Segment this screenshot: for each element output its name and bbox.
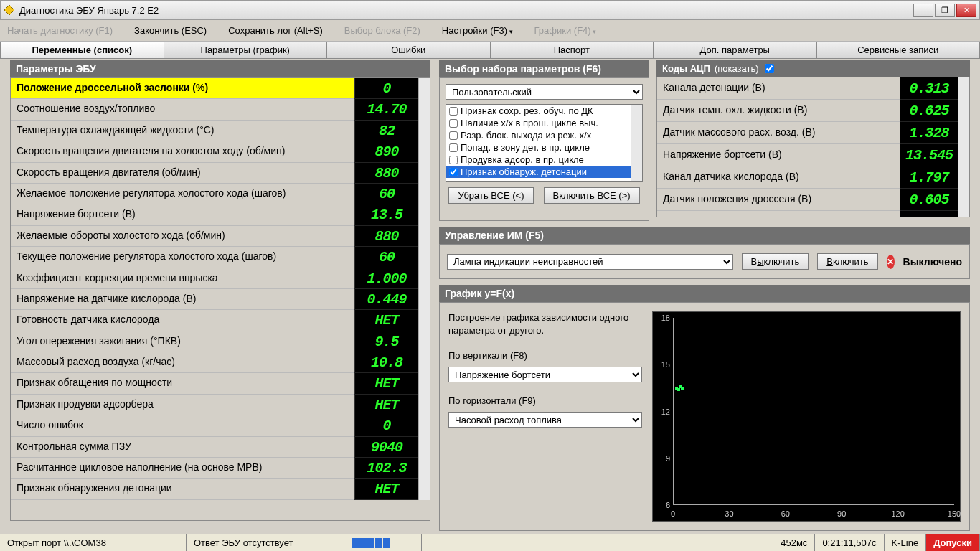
paramset-checkbox[interactable] bbox=[449, 131, 458, 140]
ecu-param-row[interactable]: Скорость вращения двигателя на холостом … bbox=[11, 141, 430, 162]
ecu-scrollbar[interactable] bbox=[418, 352, 430, 373]
ecu-param-row[interactable]: Желаемое положение регулятора холостого … bbox=[11, 184, 430, 204]
ecu-param-row[interactable]: Готовность датчика кислородаНЕТ bbox=[11, 310, 430, 331]
ecu-param-row[interactable]: Число ошибок0 bbox=[11, 415, 430, 436]
tab-service-records[interactable]: Сервисные записи bbox=[817, 42, 981, 59]
ecu-param-value: 0 bbox=[354, 78, 418, 99]
adc-row[interactable]: Датчик темп. охл. жидкости (В)0.625 bbox=[657, 100, 969, 122]
ecu-param-row[interactable]: Признак обнаружения детонацииНЕТ bbox=[11, 479, 430, 499]
adc-head-label: Коды АЦП bbox=[662, 63, 710, 74]
maximize-button[interactable]: ❐ bbox=[935, 4, 955, 17]
paramset-item[interactable]: Признак обнаруж. детонации bbox=[446, 166, 642, 178]
paramset-checkbox[interactable] bbox=[449, 168, 458, 176]
tab-errors[interactable]: Ошибки bbox=[327, 42, 491, 59]
ecu-scrollbar[interactable] bbox=[418, 395, 430, 415]
ecu-param-value: 13.5 bbox=[354, 204, 418, 225]
ecu-scrollbar[interactable] bbox=[418, 479, 430, 499]
adc-show-checkbox[interactable] bbox=[765, 64, 774, 73]
ecu-param-row[interactable]: Положение дроссельной заслонки (%)0 bbox=[11, 78, 430, 99]
tab-variables[interactable]: Переменные (список) bbox=[0, 42, 164, 59]
im-actuator-combo[interactable]: Лампа индикации неисправностей bbox=[447, 254, 733, 270]
ecu-scrollbar[interactable] bbox=[418, 121, 430, 141]
ecu-scrollbar[interactable] bbox=[418, 226, 430, 247]
ecu-param-row[interactable]: Коэффициент коррекции времени впрыска1.0… bbox=[11, 268, 430, 289]
ecu-param-row[interactable]: Напряжение бортсети (В)13.5 bbox=[11, 204, 430, 225]
paramset-item[interactable]: Наличие х/х в прош. цикле выч. bbox=[446, 117, 642, 129]
ecu-param-row[interactable]: Текущее положение регулятора холостого х… bbox=[11, 247, 430, 268]
ecu-params-header: Параметры ЭБУ bbox=[10, 60, 430, 77]
ecu-scrollbar[interactable] bbox=[418, 184, 430, 204]
ecu-scrollbar[interactable] bbox=[418, 204, 430, 225]
ecu-param-row[interactable]: Признак продувки адсорбераНЕТ bbox=[11, 395, 430, 415]
adc-row[interactable]: Датчик положения дросселя (В)0.605 bbox=[657, 189, 969, 211]
ecu-scrollbar[interactable] bbox=[418, 163, 430, 184]
adc-scrollbar[interactable] bbox=[958, 166, 969, 189]
ecu-param-row[interactable]: Напряжение на датчике кислорода (В)0.449 bbox=[11, 289, 430, 310]
ecu-param-row[interactable]: Температура охлаждающей жидкости (°C)82 bbox=[11, 121, 430, 141]
ecu-scrollbar[interactable] bbox=[418, 289, 430, 310]
save-log-button[interactable]: Сохранить лог (Alt+S) bbox=[228, 25, 323, 36]
ecu-scrollbar[interactable] bbox=[418, 437, 430, 458]
paramset-checkbox[interactable] bbox=[449, 107, 458, 116]
paramset-item[interactable]: Разр. блок. выхода из реж. х/х bbox=[446, 129, 642, 141]
adc-list[interactable]: Канала детонации (В)0.313Датчик темп. ох… bbox=[656, 77, 970, 217]
adc-row[interactable]: Датчик массового расх. возд. (В)1.328 bbox=[657, 122, 969, 144]
ecu-scrollbar[interactable] bbox=[418, 310, 430, 331]
paramset-checkbox[interactable] bbox=[449, 119, 458, 128]
adc-scrollbar[interactable] bbox=[958, 211, 969, 217]
graph-x-combo[interactable]: Часовой расход топлива bbox=[448, 412, 642, 428]
ecu-param-row[interactable]: Контрольная сумма ПЗУ9040 bbox=[11, 437, 430, 458]
adc-scrollbar[interactable] bbox=[958, 144, 969, 166]
ecu-scrollbar[interactable] bbox=[418, 141, 430, 162]
adc-row[interactable]: Канал датчика кислорода (В)1.797 bbox=[657, 166, 969, 189]
adc-row[interactable]: Канала детонации (В)0.313 bbox=[657, 77, 969, 100]
paramset-item[interactable]: Продувка адсор. в пр. цикле bbox=[446, 154, 642, 166]
ecu-scrollbar[interactable] bbox=[418, 247, 430, 268]
adc-row[interactable]: Напряжение бортсети (В)13.545 bbox=[657, 144, 969, 166]
status-allow[interactable]: Допуски bbox=[926, 534, 980, 551]
im-on-button[interactable]: Включить bbox=[817, 253, 877, 270]
graph-canvas[interactable]: 691215180306090120150 bbox=[652, 311, 961, 522]
remove-all-button[interactable]: Убрать ВСЕ (<) bbox=[448, 187, 533, 204]
paramset-checklist[interactable]: Признак сохр. рез. обуч. по ДКНаличие х/… bbox=[446, 104, 643, 182]
adc-row[interactable]: Датчик темп. воздуха на впуске (В)2.637 bbox=[657, 211, 969, 217]
paramset-combo[interactable]: Пользовательский bbox=[446, 84, 643, 100]
ecu-scrollbar[interactable] bbox=[418, 415, 430, 436]
ecu-param-row[interactable]: Желаемые обороты холостого хода (об/мин)… bbox=[11, 226, 430, 247]
ecu-params-list[interactable]: Положение дроссельной заслонки (%)0Соотн… bbox=[10, 77, 430, 521]
ecu-param-row[interactable]: Скорость вращения двигателя (об/мин)880 bbox=[11, 163, 430, 184]
ecu-param-label: Контрольная сумма ПЗУ bbox=[11, 437, 354, 458]
adc-scrollbar[interactable] bbox=[958, 122, 969, 144]
ecu-param-row[interactable]: Соотношение воздух/топливо14.70 bbox=[11, 99, 430, 120]
tab-extra-params[interactable]: Доп. параметры bbox=[654, 42, 817, 59]
settings-menu[interactable]: Настройки (F3) bbox=[442, 25, 513, 36]
paramset-checkbox[interactable] bbox=[449, 143, 458, 152]
paramset-item[interactable]: Признак сохр. рез. обуч. по ДК bbox=[446, 105, 642, 117]
stop-diag-button[interactable]: Закончить (ESC) bbox=[134, 25, 207, 36]
minimize-button[interactable]: — bbox=[913, 4, 933, 17]
graph-y-combo[interactable]: Напряжение бортсети bbox=[448, 367, 642, 382]
ecu-scrollbar[interactable] bbox=[418, 373, 430, 394]
tab-params-chart[interactable]: Параметры (график) bbox=[164, 42, 328, 59]
ecu-param-row[interactable]: Угол опережения зажигания (°ПКВ)9.5 bbox=[11, 331, 430, 352]
ecu-scrollbar[interactable] bbox=[418, 99, 430, 120]
ecu-scrollbar[interactable] bbox=[418, 268, 430, 289]
ecu-param-value: 890 bbox=[354, 141, 418, 162]
adc-scrollbar[interactable] bbox=[958, 100, 969, 122]
ecu-scrollbar[interactable] bbox=[418, 78, 430, 99]
paramset-checkbox[interactable] bbox=[449, 156, 458, 164]
ecu-param-row[interactable]: Признак обгащения по мощностиНЕТ bbox=[11, 373, 430, 394]
ecu-param-row[interactable]: Расчитанное цикловое наполнение (на осно… bbox=[11, 458, 430, 479]
include-all-button[interactable]: Включить ВСЕ (>) bbox=[544, 187, 640, 204]
close-button[interactable]: ✕ bbox=[956, 4, 976, 17]
paramset-item[interactable]: Попад. в зону дет. в пр. цикле bbox=[446, 141, 642, 154]
ecu-scrollbar[interactable] bbox=[418, 458, 430, 479]
ecu-param-row[interactable]: Массовый расход воздуха (кг/час)10.8 bbox=[11, 352, 430, 373]
tab-passport[interactable]: Паспорт bbox=[491, 42, 654, 59]
im-off-button[interactable]: Выключить bbox=[742, 253, 809, 270]
ecu-param-label: Соотношение воздух/топливо bbox=[11, 99, 354, 120]
adc-scrollbar[interactable] bbox=[958, 189, 969, 211]
checklist-scrollbar[interactable] bbox=[631, 105, 642, 181]
adc-scrollbar[interactable] bbox=[958, 77, 969, 100]
ecu-scrollbar[interactable] bbox=[418, 331, 430, 352]
